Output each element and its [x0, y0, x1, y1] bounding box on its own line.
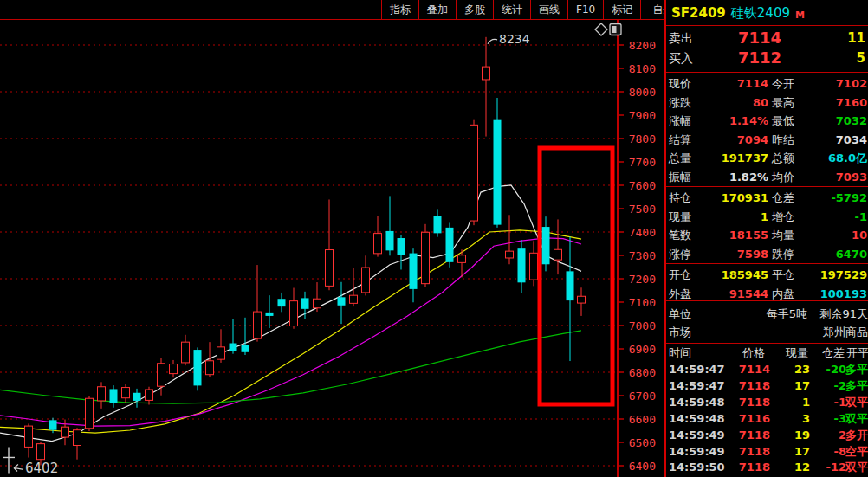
quote-row: 振幅1.82%均价7093: [666, 168, 868, 186]
quote-row: 现量1增仓-1: [666, 208, 868, 226]
candle-up: [98, 387, 106, 401]
quote-value: 1: [701, 208, 768, 226]
low-annotation-label: 6402: [25, 461, 58, 476]
quote-value: 7102: [798, 74, 867, 93]
candle-down: [266, 313, 274, 316]
candle-down: [494, 120, 502, 225]
quote-row: 现价7114今开7102: [666, 74, 868, 93]
candle-up: [290, 301, 298, 326]
quote-row: 开仓185945平仓197529: [666, 266, 868, 284]
toolbar-button-2[interactable]: 叠加: [418, 0, 456, 19]
quote-label: 昨结: [772, 131, 794, 149]
instrument-name: 硅铁2409: [731, 5, 790, 22]
tick-row: 14:59:47711423-20多平: [666, 362, 868, 377]
quote-label: 增仓: [772, 208, 794, 226]
tick-price: 7118: [718, 395, 770, 410]
bid-ask-row: 买入71125: [666, 48, 868, 68]
candle-down: [446, 228, 454, 262]
candle-up: [362, 268, 370, 293]
candle-up: [25, 426, 33, 447]
tick-time: 14:59:47: [669, 378, 722, 394]
toolbar-button-7[interactable]: 标记: [603, 0, 640, 19]
candle-up: [37, 444, 45, 460]
quote-value: 7034: [798, 131, 867, 149]
y-axis-label: 6500: [629, 436, 656, 449]
panel-separator: [666, 25, 868, 26]
candle-down: [410, 254, 418, 289]
quote-row: 笔数18155均量10: [666, 226, 868, 244]
instrument-code: SF2409: [671, 5, 726, 21]
quote-value: 18155: [701, 226, 768, 244]
candle-down: [542, 227, 550, 264]
info-row: 单位每手5吨剩余91天: [666, 305, 868, 323]
diamond-icon[interactable]: [595, 23, 607, 35]
toolbar-button-1[interactable]: 指标: [381, 0, 418, 19]
quote-label: 今开: [772, 74, 794, 93]
tick-price: 7116: [718, 411, 770, 427]
candle-up: [470, 125, 478, 221]
candle-down: [386, 231, 394, 250]
candlestick-chart[interactable]: 8200810080007900780077007600750074007300…: [0, 0, 665, 477]
candle-down: [242, 345, 249, 352]
candle-up: [483, 67, 490, 80]
y-axis-label: 6900: [629, 343, 656, 356]
quote-value: 7032: [798, 112, 867, 130]
ask-qty: 11: [822, 30, 865, 46]
candle-up: [182, 342, 190, 363]
high-annotation-arrow: [488, 39, 497, 43]
tick-time: 14:59:49: [669, 428, 722, 443]
candle-up: [374, 234, 382, 254]
ma-long-green: [0, 331, 581, 403]
toolbar-button-4[interactable]: 统计: [493, 0, 530, 19]
toolbar-button-3[interactable]: 多股: [456, 0, 493, 19]
quote-value: -5792: [798, 189, 867, 207]
quote-label: 开仓: [669, 266, 691, 284]
candle-down: [278, 299, 286, 306]
panel-separator: [666, 263, 868, 264]
toolbar-button-6[interactable]: F10: [567, 0, 603, 19]
tick-price: 7114: [718, 362, 770, 377]
tick-oi-change: -12: [812, 460, 846, 475]
quote-value: 100193: [798, 285, 867, 303]
quote-label: 平仓: [772, 266, 794, 284]
tick-time: 14:59:47: [669, 362, 722, 377]
candle-up: [326, 250, 334, 287]
candle-up: [217, 347, 225, 359]
quote-label: 仓差: [772, 189, 794, 207]
period-indicator: M: [795, 10, 805, 21]
tick-time: 14:59:48: [669, 411, 722, 427]
quote-label: 涨停: [669, 245, 691, 263]
quote-value: 7160: [798, 93, 867, 112]
tick-price: 7118: [718, 460, 770, 475]
quote-value: 91544: [701, 285, 768, 303]
y-axis-label: 6800: [629, 366, 656, 379]
candle-down: [110, 389, 118, 403]
bid-qty: 5: [822, 50, 865, 66]
candle-down: [194, 350, 202, 385]
tick-open-close-flag: 多开: [845, 428, 868, 443]
candle-up: [314, 299, 321, 308]
y-axis-label: 7000: [629, 319, 656, 332]
candle-up: [458, 255, 466, 263]
quote-label: 涨幅: [669, 112, 691, 130]
tick-col-header: 价格: [713, 345, 765, 361]
bid-label: 买入: [669, 51, 693, 67]
ask-label: 卖出: [669, 31, 693, 47]
tick-price: 7118: [718, 378, 770, 394]
candle-down: [398, 238, 405, 255]
candle-up: [554, 249, 562, 260]
instrument-header: SF2409 硅铁2409 M: [671, 3, 805, 23]
quote-label: 内盘: [772, 285, 794, 303]
y-axis-label: 7700: [629, 156, 656, 169]
tick-open-close-flag: 双平: [845, 411, 868, 427]
quote-value: 7114: [701, 74, 768, 93]
candle-up: [74, 430, 81, 446]
y-axis-label: 7600: [629, 179, 656, 192]
candle-up: [206, 361, 214, 375]
quote-value: 68.0亿: [798, 149, 867, 167]
tick-volume: 23: [775, 362, 810, 377]
tick-oi-change: -8: [812, 444, 846, 460]
toolbar-button-5[interactable]: 画线: [530, 0, 567, 19]
panel-separator: [666, 186, 868, 187]
candle-up: [122, 388, 130, 398]
